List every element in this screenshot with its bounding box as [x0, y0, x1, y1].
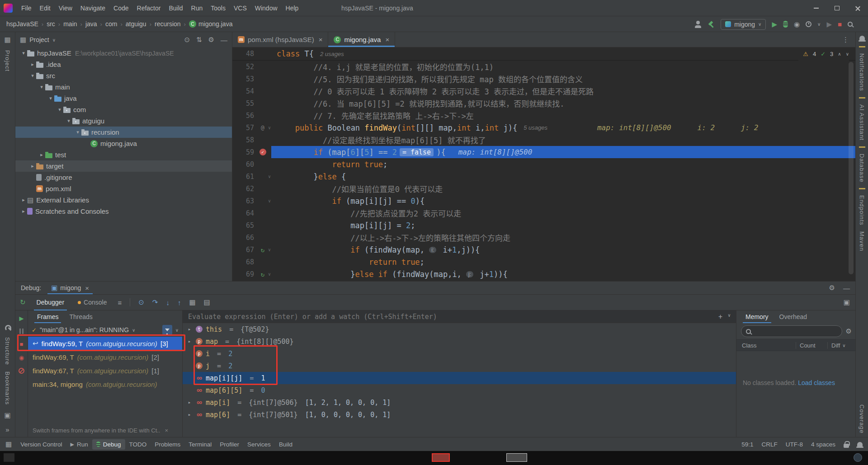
menu-edit[interactable]: Edit	[36, 0, 55, 16]
view-breakpoints-button[interactable]: ◉	[19, 354, 24, 361]
chevron-right-icon[interactable]: ▸	[186, 412, 193, 418]
breadcrumb-recursion[interactable]: recursion	[155, 20, 181, 28]
stripe-item-maven[interactable]: Maven	[859, 231, 865, 251]
statusbar-item-profiler[interactable]: Profiler	[216, 439, 243, 450]
breadcrumb-main[interactable]: main	[63, 20, 77, 28]
menu-view[interactable]: View	[55, 0, 76, 16]
stop-button[interactable]: ■	[20, 341, 24, 348]
editor-tab-pom-xml-hspjavase[interactable]: mpom.xml (hspJavaSE) ×	[232, 32, 328, 47]
locate-file-icon[interactable]: ⊙	[184, 36, 190, 44]
minimize-panel-icon[interactable]: ―	[843, 284, 850, 292]
menu-tools[interactable]: Tools	[207, 0, 230, 16]
rerun-debug-icon[interactable]: ↻	[20, 298, 26, 306]
project-panel-title[interactable]: Project	[29, 36, 49, 43]
statusbar-item-terminal[interactable]: Terminal	[184, 439, 216, 450]
code-line-60[interactable]: 60 return true;	[232, 158, 855, 170]
chevron-down-icon[interactable]: ▾	[74, 129, 81, 135]
fold-icon[interactable]: ∨	[268, 247, 271, 252]
chevron-down-icon[interactable]: ∨	[175, 328, 179, 333]
tree-item-main[interactable]: ▾ main	[15, 81, 232, 93]
fold-icon[interactable]: ∨	[268, 125, 271, 130]
code-line-54[interactable]: 54 // 0 表示可以走 1 表示障碍物 2 表示可以走 3 表示走过，但是走…	[232, 85, 855, 97]
chevron-right-icon[interactable]: ▸	[186, 326, 193, 332]
menu-vcs[interactable]: VCS	[230, 0, 251, 16]
fold-icon[interactable]: ∨	[268, 272, 271, 277]
chevron-down-icon[interactable]: ∨	[817, 22, 821, 27]
evaluate-expression-bar[interactable]: Evaluate expression (Enter) or add a wat…	[183, 310, 736, 323]
tab-memory[interactable]: Memory	[741, 310, 773, 323]
close-button[interactable]	[847, 0, 868, 16]
stop-button[interactable]: ■	[838, 20, 842, 28]
tree-item-atguigu[interactable]: ▾ atguigu	[15, 115, 232, 127]
expand-collapse-icon[interactable]: ⇅	[196, 36, 202, 44]
minimize-button[interactable]	[806, 0, 826, 16]
tree-item-test[interactable]: ▸ test	[15, 149, 232, 160]
show-execution-point-icon[interactable]: ⊙	[138, 298, 144, 306]
debug-view-tab-console[interactable]: Console	[75, 294, 109, 310]
status-crlf[interactable]: CRLF	[761, 441, 777, 448]
menu-navigate[interactable]: Navigate	[76, 0, 109, 16]
chevron-down-icon[interactable]: ∨	[132, 328, 135, 333]
tree-item-recursion[interactable]: ▾ recursion	[15, 127, 232, 138]
chevron-down-icon[interactable]: ▾	[47, 95, 54, 101]
code-line-52[interactable]: 52 //4. i,j 就是老鼠的位置，初始化的位置为(1,1)	[232, 61, 855, 73]
layout-menu-icon[interactable]: ≡	[118, 299, 122, 306]
resume-button[interactable]: ▶	[19, 315, 24, 322]
menu-window[interactable]: Window	[251, 0, 282, 16]
pause-button[interactable]	[19, 329, 24, 334]
load-classes-link[interactable]: Load classes	[798, 379, 835, 386]
tree-item-idea[interactable]: ▸ .idea	[15, 59, 232, 70]
prev-problem-icon[interactable]: ∧	[838, 52, 841, 56]
variable-row-map-i-j[interactable]: oomap[i][j] = 1	[183, 372, 736, 384]
build-project-icon[interactable]	[708, 21, 715, 28]
tree-item-java[interactable]: ▾ java	[15, 93, 232, 104]
mute-breakpoints-button[interactable]	[19, 368, 24, 374]
column-class[interactable]: Class	[736, 342, 796, 349]
variable-row-i[interactable]: pi = 2	[183, 348, 736, 360]
chevron-down-icon[interactable]: ▾	[20, 50, 27, 56]
statusbar-item-problems[interactable]: Problems	[151, 439, 184, 450]
taskbar-icon[interactable]	[4, 453, 14, 462]
recursive-call-icon[interactable]: ↻	[261, 246, 264, 254]
status-59-1[interactable]: 59:1	[741, 441, 753, 448]
run-configuration-select[interactable]: migong ∨	[721, 19, 766, 30]
tab-frames[interactable]: Frames	[33, 310, 63, 323]
code-line-62[interactable]: 62 //如果当前位置是0 代表可以走	[232, 183, 855, 195]
chevron-down-icon[interactable]: ▾	[38, 84, 45, 90]
stripe-item-ai-assistant[interactable]: AI Assistant	[859, 104, 865, 141]
statusbar-item-build[interactable]: Build	[275, 439, 297, 450]
code-line-63[interactable]: 63 ∨ if (map[i][j] == 0){	[232, 195, 855, 207]
frame-row[interactable]: main:34, migong (com.atguigu.recursion)	[28, 377, 182, 391]
column-count[interactable]: Count	[796, 342, 827, 349]
next-problem-icon[interactable]: ∨	[846, 52, 849, 56]
debug-button[interactable]	[783, 21, 788, 28]
chevron-down-icon[interactable]: ▾	[65, 118, 72, 124]
code-line-56[interactable]: 56 // 7. 先确定老鼠找路策略 上->右->下->左	[232, 109, 855, 122]
wrench-icon[interactable]	[5, 324, 11, 331]
view-as-table-icon[interactable]: ▦	[189, 298, 195, 306]
search-everywhere-icon[interactable]	[848, 22, 853, 27]
code-line-53[interactable]: 53 //5. 因为我们是递归的找路，所以我们先规定 map 数组的各个位置值的…	[232, 73, 855, 85]
breadcrumb-java[interactable]: java	[85, 20, 97, 28]
statusbar-item-todo[interactable]: TODO	[125, 439, 151, 450]
taskbar-clock-icon[interactable]	[854, 453, 862, 462]
stripe-item-project[interactable]: Project	[4, 50, 11, 71]
chevron-down-icon[interactable]: ▾	[29, 73, 36, 79]
code-line-58[interactable]: 58 //设定最终找到坐标是map[6][5] 就不再找了	[232, 134, 855, 146]
chevron-right-icon[interactable]: ▸	[186, 399, 193, 405]
chevron-right-icon[interactable]: ▸	[20, 208, 27, 214]
frame-row[interactable]: findWay:69, T (com.atguigu.recursion) [2…	[28, 350, 182, 364]
breadcrumb-com[interactable]: com	[105, 20, 117, 28]
more-tool-windows-icon[interactable]: »	[5, 426, 9, 433]
tree-item-target[interactable]: ▸ target	[15, 160, 232, 172]
close-tab-icon[interactable]: ×	[319, 36, 323, 43]
restore-layout-icon[interactable]: ▣	[844, 298, 850, 306]
frame-row[interactable]: ↩ findWay:59, T (com.atguigu.recursion) …	[28, 337, 182, 350]
variable-row-map[interactable]: ▸ pmap = {int[8][]@500}	[183, 335, 736, 348]
stripe-item-bookmarks[interactable]: Bookmarks	[4, 371, 11, 405]
more-options-icon[interactable]: ⋮	[842, 36, 849, 44]
tree-item-scratches-and-consoles[interactable]: ▸ Scratches and Consoles	[15, 206, 232, 217]
tree-item-external-libraries[interactable]: ▸ ▤External Libraries	[15, 194, 232, 206]
step-into-icon[interactable]: ↓	[166, 299, 170, 306]
status-utf-8[interactable]: UTF-8	[786, 441, 803, 448]
